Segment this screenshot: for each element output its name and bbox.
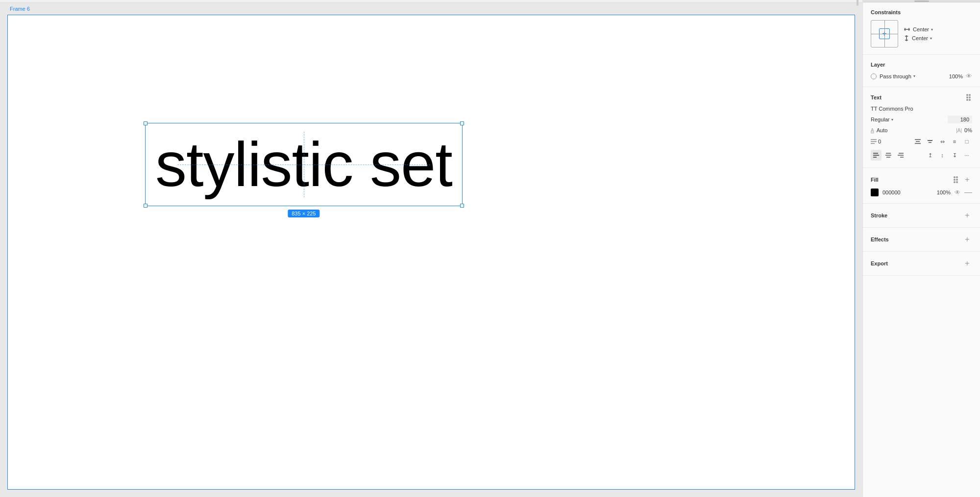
paragraph-align-row: 0 ⇔ ≡ [871,136,972,147]
fill-title: Fill [871,177,879,183]
fill-color-swatch[interactable] [871,189,879,196]
constraints-title: Constraints [871,9,901,15]
text-section: Text TT Commons Pro Regular ▾ A Auto |A|… [863,87,980,168]
text-align-section: ↥ ↕ ↧ ··· [871,150,972,161]
text-section-title: Text [871,95,882,100]
fill-row: 000000 100% 👁 — [871,189,972,196]
fill-opacity-value[interactable]: 100% [937,189,951,195]
handle-bottom-right[interactable] [460,204,464,208]
panel-drag-bar [914,0,929,2]
stroke-title: Stroke [871,213,887,218]
valign-top-btn[interactable]: ↥ [925,150,935,161]
valign-middle-btn[interactable]: ↕ [937,150,948,161]
constraint-options: Center ▾ Center ▾ [904,26,972,41]
align-center-h-icon [927,139,933,144]
font-weight-dropdown[interactable]: Regular ▾ [871,117,893,122]
fill-hex-value[interactable]: 000000 [882,189,933,195]
align-center-h-btn[interactable] [925,136,935,147]
fill-remove-btn[interactable]: — [964,189,972,196]
constraint-plus-icon: + [882,30,886,38]
visibility-icon[interactable]: 👁 [966,72,972,80]
fill-visibility-icon[interactable]: 👁 [955,189,960,196]
h-constraint-icon [904,27,910,32]
frame-label: Frame 6 [10,6,30,12]
fill-options-icon[interactable] [954,176,959,183]
font-size-input[interactable] [948,116,972,123]
paragraph-spacing-prop[interactable]: 0 [871,139,881,144]
export-header-row: Export + [871,259,972,268]
layer-section: Layer Pass through ▾ 100% 👁 [863,55,980,87]
layer-row: Pass through ▾ 100% 👁 [871,72,972,80]
constraint-horizontal[interactable]: Center ▾ [904,26,972,32]
fill-section: Fill + 000000 100% 👁 — [863,168,980,204]
constraint-inner-box: + [879,28,890,39]
paragraph-spacing-value: 0 [878,139,881,144]
align-center-btn[interactable] [883,150,894,161]
line-height-icon: A [871,128,874,133]
right-panel: Constraints + Center ▾ [862,0,980,497]
font-name-row[interactable]: TT Commons Pro [871,106,972,112]
effects-add-btn[interactable]: + [962,235,972,244]
canvas-area: Frame 6 stylistic set 835 × 225 [0,0,862,497]
blend-mode-label: Pass through [880,73,911,79]
align-right-icon [898,152,904,158]
export-add-btn[interactable]: + [962,259,972,268]
tracking-value: 0% [964,127,972,133]
align-center-icon [885,152,891,158]
tracking-prop[interactable]: |A| 0% [956,127,972,133]
resize-handle[interactable] [857,0,858,6]
align-right-text-btn[interactable] [895,150,906,161]
stroke-add-btn[interactable]: + [962,211,972,220]
panel-resize-bar [0,0,862,3]
layer-opacity-area: 100% 👁 [949,72,972,80]
fill-add-btn[interactable]: + [962,175,972,185]
line-height-tracking-row: A Auto |A| 0% [871,127,972,133]
stroke-section: Stroke + [863,204,980,228]
effects-section: Effects + [863,228,980,252]
handle-top-left[interactable] [144,121,147,125]
handle-top-right[interactable] [460,121,464,125]
layer-title: Layer [871,62,885,68]
font-weight-label: Regular [871,117,890,122]
text-selection-wrapper[interactable]: stylistic set 835 × 225 [145,123,463,206]
text-section-header: Text [871,94,972,101]
blend-mode-icon [871,73,877,79]
text-more-btn[interactable]: ··· [961,150,972,161]
align-stretch-icon [915,139,921,144]
text-decoration-row: ⇔ ≡ □ [912,136,972,147]
align-stretch-btn[interactable] [912,136,923,147]
align-justify-btn[interactable]: ≡ [949,136,960,147]
text-options-icon[interactable] [966,94,972,101]
frame-border: stylistic set 835 × 225 [7,15,855,490]
fill-header-row: Fill + [871,175,972,185]
constraints-grid: + Center ▾ [871,20,972,47]
line-height-prop[interactable]: A Auto [871,127,887,133]
constraint-vertical[interactable]: Center ▾ [904,35,972,41]
valign-bottom-btn[interactable]: ↧ [949,150,960,161]
align-left-btn[interactable] [871,150,882,161]
resize-mode-btn[interactable]: □ [961,136,972,147]
fill-header-actions: + [954,175,972,185]
effects-title: Effects [871,237,889,242]
h-align-row [871,150,906,161]
v-constraint-arrow: ▾ [930,36,932,41]
paragraph-spacing-icon [871,139,877,144]
constraints-section: Constraints + Center ▾ [863,2,980,55]
constraint-diagram[interactable]: + [871,20,898,47]
align-right-btn[interactable]: ⇔ [937,136,948,147]
export-section: Export + [863,252,980,276]
align-left-icon [873,152,879,158]
handle-bottom-left[interactable] [144,204,147,208]
center-v-line [304,132,304,197]
export-title: Export [871,260,888,266]
line-height-value: Auto [877,127,888,133]
stroke-header-row: Stroke + [871,211,972,220]
font-weight-arrow: ▾ [891,118,893,122]
v-constraint-label: Center [912,35,928,41]
blend-mode-dropdown[interactable]: Pass through ▾ [880,73,915,79]
v-constraint-icon [904,35,909,41]
blend-mode-arrow: ▾ [913,74,915,78]
dimension-label: 835 × 225 [288,210,319,217]
h-constraint-arrow: ▾ [931,27,933,32]
opacity-value[interactable]: 100% [949,73,963,79]
